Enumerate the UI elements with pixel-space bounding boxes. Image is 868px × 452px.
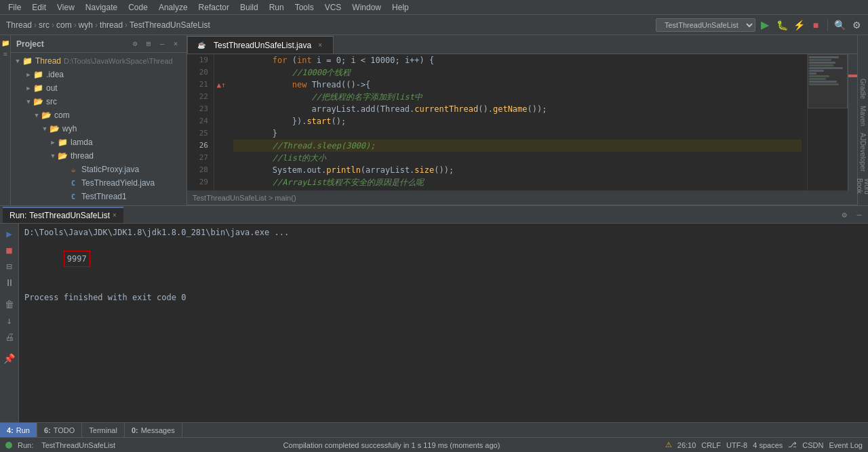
status-bar: Run: TestThreadUnSafeList Compilation co… <box>0 437 868 452</box>
menu-item-build[interactable]: Build <box>235 0 264 15</box>
status-line-col[interactable]: 26:10 <box>677 441 696 449</box>
run-coverage-button[interactable]: ⚡ <box>791 18 806 33</box>
code-line-24: }).start(); <box>233 115 802 127</box>
breadcrumb-class[interactable]: TestThreadUnSafeList <box>127 20 212 30</box>
stop-run-button[interactable]: ■ <box>2 243 17 258</box>
code-content[interactable]: for (int i = 0; i < 10000; i++) { //1000… <box>228 54 807 190</box>
nav-tab-todo[interactable]: 6: TODO <box>37 423 82 438</box>
stop-button[interactable]: ■ <box>808 18 823 33</box>
panel-gear-icon[interactable]: ⚙ <box>130 39 140 49</box>
menu-item-help[interactable]: Help <box>387 0 414 15</box>
nav-tab-run[interactable]: 4: Run <box>0 423 37 438</box>
nav-tab-messages-num: 0: <box>132 426 138 434</box>
minimap <box>807 54 848 190</box>
settings-icon[interactable]: ⚙ <box>838 209 850 221</box>
status-event-log[interactable]: Event Log <box>829 441 863 449</box>
menu-item-file[interactable]: File <box>3 0 26 15</box>
status-message: Compilation completed successfully in 1 … <box>118 441 665 449</box>
menu-item-code[interactable]: Code <box>123 0 153 15</box>
editor-tab-active[interactable]: ☕ TestThreadUnSafeList.java × <box>187 36 334 54</box>
tree-arrow-thread: ▼ <box>14 57 22 65</box>
side-icons-left: 📁 ≡ <box>0 35 11 205</box>
editor-tab-close[interactable]: × <box>315 41 325 50</box>
breadcrumb-wyh[interactable]: wyh <box>77 20 95 30</box>
tree-item-src[interactable]: ▼ 📂 src <box>11 95 186 108</box>
restore-layout-button[interactable]: ⊟ <box>2 259 17 274</box>
breakpoint-icon[interactable]: ▲↑ <box>216 81 225 89</box>
status-warning-icon[interactable]: ⚠ <box>665 440 672 449</box>
project-panel-header: Project ⚙ ⊞ — × <box>11 35 186 53</box>
tree-item-wyh[interactable]: ▼ 📂 wyh <box>11 122 186 136</box>
menu-item-window[interactable]: Window <box>347 0 387 15</box>
menu-item-view[interactable]: View <box>52 0 80 15</box>
breadcrumb-thread[interactable]: Thread <box>4 20 34 30</box>
breadcrumb-thread-folder[interactable]: thread <box>98 20 125 30</box>
code-line-29: //ArrayList线程不安全的原因是什么呢 <box>233 176 802 188</box>
clear-output-button[interactable]: 🗑 <box>2 297 17 312</box>
run-button[interactable]: ▶ <box>757 18 772 33</box>
nav-tab-terminal-label: Terminal <box>89 426 117 434</box>
tree-item-out[interactable]: ▶ 📁 out <box>11 81 186 95</box>
status-git-icon[interactable]: ⎇ <box>788 440 797 449</box>
pin-tab-button[interactable]: 📌 <box>2 351 17 366</box>
search-everywhere-button[interactable]: 🔍 <box>832 18 847 33</box>
run-tab-close[interactable]: × <box>113 211 117 219</box>
panel-expand-icon[interactable]: ⊞ <box>143 39 154 49</box>
debug-button[interactable]: 🐛 <box>774 18 789 33</box>
code-editor[interactable]: 19 20 21 22 23 24 25 26 27 28 29 ▲↑ <box>187 54 857 190</box>
settings-button[interactable]: ⚙ <box>849 18 864 33</box>
tree-item-idea[interactable]: ▶ 📁 .idea <box>11 68 186 81</box>
structure-icon[interactable]: ≡ <box>1 49 10 58</box>
run-status-dot <box>5 442 12 449</box>
gradle-panel-icon[interactable]: Gradle <box>858 76 868 102</box>
wordbook-panel-icon[interactable]: Word Book <box>854 176 869 205</box>
status-indent[interactable]: 4 spaces <box>753 441 783 449</box>
tree-item-testhreadyield[interactable]: ▶ C TesThreadYield.java <box>11 176 186 190</box>
status-csdn-link[interactable]: CSDN <box>802 441 823 449</box>
status-encoding[interactable]: UTF-8 <box>726 441 747 449</box>
menu-item-vcs[interactable]: VCS <box>319 0 347 15</box>
minimize-icon[interactable]: — <box>853 209 865 221</box>
code-line-21: new Thread(()->{ <box>233 79 802 91</box>
code-line-28: System.out.println(arrayList.size()); <box>233 164 802 176</box>
tree-item-thread-root[interactable]: ▼ 📁 Thread D:\Tools\JavaWorkSpace\Thread <box>11 54 186 68</box>
breadcrumb-com[interactable]: com <box>54 20 74 30</box>
tree-item-staticproxy[interactable]: ▶ ☕ StaticProxy.java <box>11 163 186 176</box>
menu-item-refactor[interactable]: Refactor <box>193 0 235 15</box>
pause-output-button[interactable]: ⏸ <box>2 275 17 290</box>
gutter-25 <box>214 127 228 140</box>
nav-tab-terminal[interactable]: Terminal <box>82 423 125 438</box>
menu-item-run[interactable]: Run <box>264 0 290 15</box>
tree-item-testthread1[interactable]: ▶ C TestThread1 <box>11 190 186 203</box>
line-num-20: 20 <box>187 66 214 79</box>
status-line-ending[interactable]: CRLF <box>701 441 721 449</box>
scroll-to-end-button[interactable]: ↓ <box>2 313 17 328</box>
menu-item-tools[interactable]: Tools <box>290 0 319 15</box>
maven-panel-icon[interactable]: Maven <box>858 103 868 129</box>
run-config-select[interactable]: TestThreadUnSafeList <box>656 18 755 32</box>
menu-item-navigate[interactable]: Navigate <box>80 0 123 15</box>
run-tab[interactable]: Run: TestThreadUnSafeList × <box>3 207 123 223</box>
tree-item-com[interactable]: ▼ 📂 com <box>11 108 186 122</box>
menu-item-edit[interactable]: Edit <box>26 0 52 15</box>
nav-tab-messages[interactable]: 0: Messages <box>125 423 182 438</box>
bottom-nav-bar: 4: Run 6: TODO Terminal 0: Messages <box>0 422 868 437</box>
run-output-value-line: 9997 <box>24 239 863 279</box>
code-line-22: //把线程的名字添加到list中 <box>233 91 802 103</box>
project-icon[interactable]: 📁 <box>1 38 10 47</box>
minimap-viewport[interactable] <box>808 54 848 108</box>
nav-tab-run-label: Run <box>16 426 30 434</box>
tree-item-thread-folder[interactable]: ▼ 📂 thread <box>11 149 186 163</box>
code-line-20: //10000个线程 <box>233 66 802 79</box>
ajdeveloper-panel-icon[interactable]: AJDeveloper <box>858 130 868 174</box>
rerun-button[interactable]: ▶ <box>2 226 17 241</box>
editor-breadcrumb: TestThreadUnSafeList > main() <box>187 190 857 205</box>
panel-close-icon[interactable]: × <box>170 39 181 49</box>
menu-item-analyze[interactable]: Analyze <box>153 0 193 15</box>
print-button[interactable]: 🖨 <box>2 329 17 344</box>
breadcrumb-src[interactable]: src <box>37 20 52 30</box>
panel-collapse-icon[interactable]: — <box>157 39 167 49</box>
tree-arrow-thread-folder: ▼ <box>49 152 57 160</box>
project-tree: ▼ 📁 Thread D:\Tools\JavaWorkSpace\Thread… <box>11 53 186 205</box>
tree-item-lamda[interactable]: ▶ 📁 lamda <box>11 136 186 149</box>
